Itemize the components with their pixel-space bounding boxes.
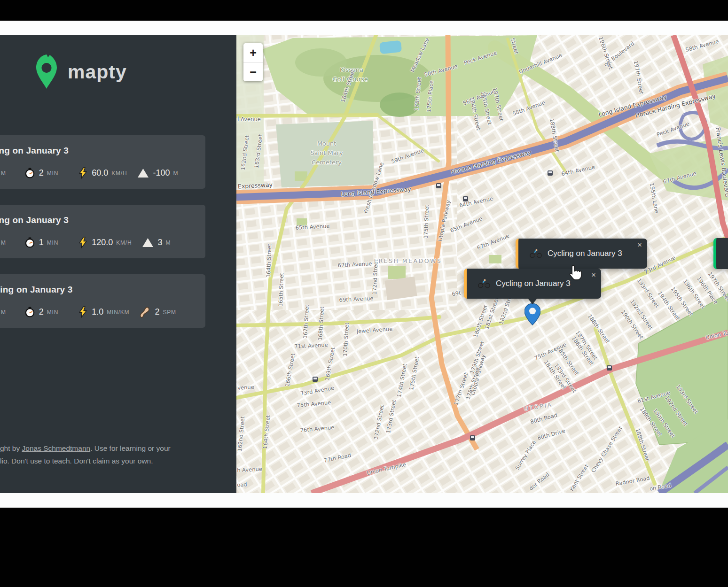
speed-stat: 120.0 KM/H (78, 237, 132, 248)
bottom-letterbox-bar (0, 508, 728, 587)
popup-close-icon[interactable]: × (637, 241, 642, 249)
elevation-stat: -100 M (137, 168, 178, 178)
map-pin-logo-icon (36, 54, 57, 90)
elevation-stat: 3 M (142, 238, 171, 247)
lightning-icon (78, 167, 88, 179)
popup-tip (527, 298, 538, 304)
workout-title: Cycling on January 3 (0, 146, 199, 156)
map-tiles (236, 35, 728, 493)
pace-stat: 1.0 MIN/KM (78, 306, 129, 318)
map-zoom-control: + − (243, 43, 263, 81)
workout-details: M 1 MIN (0, 237, 199, 248)
map-marker[interactable] (524, 303, 540, 332)
lightning-icon (78, 306, 88, 318)
screen: mapty Cycling on January 3 M (0, 0, 728, 587)
distance-unit-fragment: M (1, 170, 6, 177)
duration-stat: 2 MIN (24, 307, 58, 317)
workout-details: M 2 MIN (0, 167, 199, 179)
top-white-strip (0, 21, 728, 35)
cadence-stat: 2 SPM (140, 307, 176, 318)
duration-stat: 1 MIN (24, 237, 58, 248)
copyright-line-2: lio. Don't use to teach. Don't claim as … (0, 455, 202, 467)
popup-title: Cycling on January 3 (496, 279, 571, 288)
copyright-link[interactable]: Jonas Schmedtmann (22, 444, 91, 452)
map-popup-cycling-2[interactable]: Cycling on January 3 × (464, 269, 601, 299)
speed-stat: 60.0 KM/H (78, 167, 127, 179)
cyclist-icon (530, 249, 542, 258)
popup-title: Cycling on January 3 (548, 249, 622, 258)
sidebar: mapty Cycling on January 3 M (0, 35, 236, 493)
distance-unit-fragment: M (1, 309, 6, 316)
app-title: mapty (68, 61, 127, 83)
workout-details: M 2 MIN (0, 306, 199, 318)
app-window: mapty Cycling on January 3 M (0, 35, 728, 493)
stopwatch-icon (24, 168, 35, 178)
workout-list: Cycling on January 3 M 2 MIN (0, 135, 205, 344)
workout-title: Running on January 3 (0, 285, 199, 295)
top-letterbox-bar (0, 0, 728, 21)
stopwatch-icon (24, 307, 35, 317)
duration-stat: 2 MIN (24, 168, 58, 178)
cyclist-icon (478, 279, 490, 288)
workout-card-cycling-2[interactable]: Cycling on January 3 M 1 MIN (0, 205, 205, 258)
foot-icon (140, 307, 151, 318)
workout-card-running-1[interactable]: Running on January 3 M 2 MIN (0, 274, 205, 328)
copyright-line-1: ght by Jonas Schmedtmann. Use for learni… (0, 442, 202, 455)
zoom-out-button[interactable]: − (243, 62, 263, 81)
distance-unit-fragment: M (1, 239, 6, 246)
zoom-in-button[interactable]: + (243, 43, 263, 62)
map-canvas[interactable]: KissenaGolf CourseMountSaint MaryCemeter… (236, 35, 728, 493)
lightning-icon (78, 237, 88, 248)
map-popup-cycling-1[interactable]: Cycling on January 3 × (516, 239, 647, 269)
bottom-white-strip (0, 493, 728, 508)
map-popup-running-partial[interactable] (713, 238, 728, 269)
copyright: ght by Jonas Schmedtmann. Use for learni… (0, 442, 202, 467)
mountain-icon (142, 238, 154, 247)
workout-card-cycling-1[interactable]: Cycling on January 3 M 2 MIN (0, 135, 205, 189)
workout-title: Cycling on January 3 (0, 215, 199, 225)
logo: mapty (36, 54, 127, 90)
popup-close-icon[interactable]: × (591, 271, 596, 279)
mountain-icon (137, 168, 149, 178)
stopwatch-icon (24, 237, 35, 248)
